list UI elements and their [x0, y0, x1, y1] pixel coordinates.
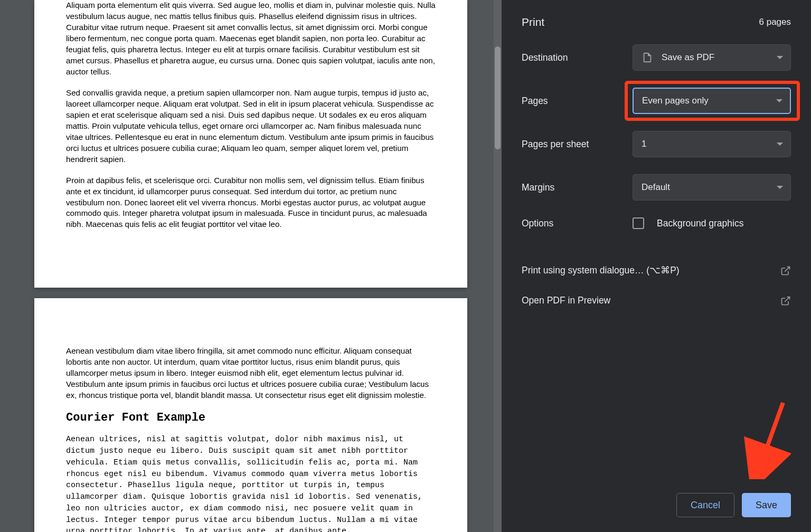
system-dialog-link[interactable]: Print using system dialogue… (⌥⌘P)	[502, 255, 811, 286]
pages-per-sheet-row: Pages per sheet 1	[502, 131, 811, 157]
chevron-down-icon	[777, 186, 783, 189]
options-label: Options	[522, 218, 633, 229]
svg-line-0	[785, 267, 789, 271]
destination-label: Destination	[522, 52, 633, 63]
pdf-file-icon	[642, 52, 653, 63]
pages-row: Pages Even pages only	[502, 88, 811, 114]
print-preview-area: Aliquam porta elementum elit quis viverr…	[0, 0, 502, 532]
annotation-arrow	[743, 400, 791, 479]
options-row: Options Background graphics	[502, 217, 811, 229]
preview-page-2: Aenean vestibulum diam vitae libero frin…	[34, 298, 467, 532]
pages-label: Pages	[522, 96, 633, 107]
destination-row: Destination Save as PDF	[502, 44, 811, 71]
sidebar-header: Print 6 pages	[502, 0, 811, 44]
print-settings-sidebar: Print 6 pages Destination Save as PDF Pa…	[502, 0, 811, 532]
external-link-icon	[780, 265, 791, 276]
pages-value: Even pages only	[642, 96, 709, 106]
body-paragraph: Proin at dapibus felis, et scelerisque o…	[66, 175, 436, 231]
page-count: 6 pages	[759, 17, 791, 27]
margins-value: Default	[642, 182, 670, 193]
courier-heading: Courier Font Example	[66, 411, 436, 424]
svg-line-1	[785, 297, 789, 301]
open-preview-link[interactable]: Open PDF in Preview	[502, 286, 811, 316]
preview-scrollbar[interactable]	[494, 0, 502, 532]
body-paragraph: Sed convallis gravida neque, a pretium s…	[66, 88, 436, 165]
body-paragraph: Aliquam porta elementum elit quis viverr…	[66, 0, 436, 78]
body-paragraph: Aenean vestibulum diam vitae libero frin…	[66, 346, 436, 401]
chevron-down-icon	[777, 142, 783, 146]
destination-dropdown[interactable]: Save as PDF	[633, 44, 791, 71]
margins-dropdown[interactable]: Default	[633, 174, 791, 201]
pages-per-sheet-label: Pages per sheet	[522, 139, 633, 150]
margins-label: Margins	[522, 182, 633, 193]
scrollbar-thumb[interactable]	[495, 46, 501, 149]
open-preview-text: Open PDF in Preview	[522, 295, 610, 306]
pages-per-sheet-value: 1	[642, 139, 646, 149]
margins-row: Margins Default	[502, 174, 811, 201]
svg-line-2	[759, 403, 783, 469]
preview-page-1: Aliquam porta elementum elit quis viverr…	[34, 0, 467, 288]
system-dialog-text: Print using system dialogue… (⌥⌘P)	[522, 265, 680, 276]
save-button[interactable]: Save	[742, 493, 791, 517]
pages-dropdown[interactable]: Even pages only	[633, 88, 791, 114]
cancel-button[interactable]: Cancel	[676, 493, 734, 517]
footer-buttons: Cancel Save	[676, 493, 791, 517]
destination-value: Save as PDF	[662, 52, 714, 63]
pages-per-sheet-dropdown[interactable]: 1	[633, 131, 791, 157]
mono-paragraph: Aenean ultrices, nisl at sagittis volutp…	[66, 434, 436, 532]
chevron-down-icon	[777, 56, 783, 59]
external-link-icon	[780, 296, 791, 306]
chevron-down-icon	[776, 99, 782, 102]
background-graphics-option[interactable]: Background graphics	[633, 217, 743, 229]
background-graphics-checkbox[interactable]	[633, 217, 644, 229]
background-graphics-label: Background graphics	[657, 218, 743, 229]
print-title: Print	[522, 16, 544, 28]
